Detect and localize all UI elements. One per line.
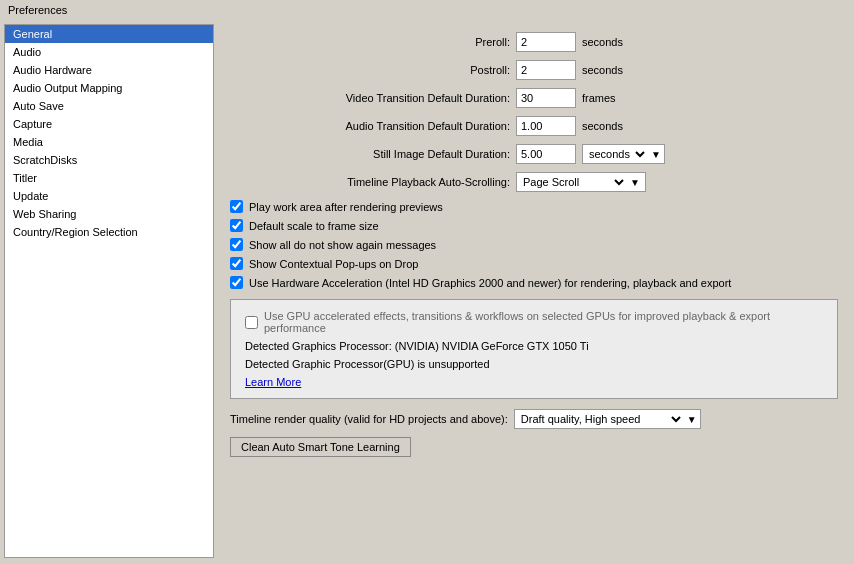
- sidebar-item-capture[interactable]: Capture: [5, 115, 213, 133]
- playback-label: Timeline Playback Auto-Scrolling:: [230, 176, 510, 188]
- render-quality-select[interactable]: Draft quality, High speed Maximum qualit…: [515, 410, 684, 428]
- gpu-unsupported-label: Detected Graphic Processor(GPU) is unsup…: [245, 358, 490, 370]
- video-transition-row: Video Transition Default Duration: frame…: [230, 88, 838, 108]
- video-transition-label: Video Transition Default Duration:: [230, 92, 510, 104]
- sidebar-item-audio-output-mapping[interactable]: Audio Output Mapping: [5, 79, 213, 97]
- checkbox-label-1: Play work area after rendering previews: [249, 201, 443, 213]
- playback-select[interactable]: Page Scroll No Scroll Smooth Scroll: [517, 173, 627, 191]
- preroll-label: Preroll:: [230, 36, 510, 48]
- clean-button-row: Clean Auto Smart Tone Learning: [230, 437, 838, 457]
- playback-dropdown[interactable]: Page Scroll No Scroll Smooth Scroll ▼: [516, 172, 646, 192]
- main-container: GeneralAudioAudio HardwareAudio Output M…: [0, 20, 854, 562]
- learn-more-row: Learn More: [245, 376, 823, 388]
- audio-transition-label: Audio Transition Default Duration:: [230, 120, 510, 132]
- still-image-row: Still Image Default Duration: seconds fr…: [230, 144, 838, 164]
- video-transition-unit: frames: [582, 92, 616, 104]
- checkbox-2[interactable]: [230, 219, 243, 232]
- checkbox-3[interactable]: [230, 238, 243, 251]
- title-bar: Preferences: [0, 0, 854, 20]
- sidebar-item-audio-hardware[interactable]: Audio Hardware: [5, 61, 213, 79]
- gpu-checkbox-label: Use GPU accelerated effects, transitions…: [264, 310, 823, 334]
- audio-transition-row: Audio Transition Default Duration: secon…: [230, 116, 838, 136]
- preroll-row: Preroll: seconds: [230, 32, 838, 52]
- still-image-label: Still Image Default Duration:: [230, 148, 510, 160]
- preroll-unit: seconds: [582, 36, 623, 48]
- video-transition-input[interactable]: [516, 88, 576, 108]
- sidebar-item-web-sharing[interactable]: Web Sharing: [5, 205, 213, 223]
- sidebar-item-scratchdisks[interactable]: ScratchDisks: [5, 151, 213, 169]
- gpu-processor-value: (NVIDIA) NVIDIA GeForce GTX 1050 Ti: [395, 340, 589, 352]
- sidebar-item-audio[interactable]: Audio: [5, 43, 213, 61]
- checkbox-label-2: Default scale to frame size: [249, 220, 379, 232]
- checkbox-1[interactable]: [230, 200, 243, 213]
- content-area: Preroll: seconds Postroll: seconds Video…: [218, 24, 850, 558]
- gpu-box: Use GPU accelerated effects, transitions…: [230, 299, 838, 399]
- checkbox-5[interactable]: [230, 276, 243, 289]
- sidebar-item-general[interactable]: General: [5, 25, 213, 43]
- gpu-processor-label: Detected Graphics Processor:: [245, 340, 392, 352]
- checkbox-row-3: Show all do not show again messages: [230, 238, 838, 251]
- still-image-input[interactable]: [516, 144, 576, 164]
- render-quality-arrow: ▼: [684, 414, 700, 425]
- app-title: Preferences: [8, 4, 67, 16]
- checkbox-label-4: Show Contextual Pop-ups on Drop: [249, 258, 418, 270]
- sidebar-item-media[interactable]: Media: [5, 133, 213, 151]
- render-quality-row: Timeline render quality (valid for HD pr…: [230, 409, 838, 429]
- sidebar-item-country/region-selection[interactable]: Country/Region Selection: [5, 223, 213, 241]
- postroll-input[interactable]: [516, 60, 576, 80]
- still-image-unit-dropdown[interactable]: seconds frames ▼: [582, 144, 665, 164]
- postroll-row: Postroll: seconds: [230, 60, 838, 80]
- audio-transition-input[interactable]: [516, 116, 576, 136]
- checkbox-label-5: Use Hardware Acceleration (Intel HD Grap…: [249, 277, 731, 289]
- gpu-processor-info: Detected Graphics Processor: (NVIDIA) NV…: [245, 340, 823, 352]
- sidebar-item-auto-save[interactable]: Auto Save: [5, 97, 213, 115]
- gpu-unsupported-info: Detected Graphic Processor(GPU) is unsup…: [245, 358, 823, 370]
- preroll-input[interactable]: [516, 32, 576, 52]
- gpu-checkbox[interactable]: [245, 316, 258, 329]
- render-quality-label: Timeline render quality (valid for HD pr…: [230, 413, 508, 425]
- learn-more-link[interactable]: Learn More: [245, 376, 301, 388]
- sidebar-item-titler[interactable]: Titler: [5, 169, 213, 187]
- postroll-label: Postroll:: [230, 64, 510, 76]
- sidebar: GeneralAudioAudio HardwareAudio Output M…: [4, 24, 214, 558]
- sidebar-item-update[interactable]: Update: [5, 187, 213, 205]
- clean-button[interactable]: Clean Auto Smart Tone Learning: [230, 437, 411, 457]
- still-image-unit-select[interactable]: seconds frames: [583, 145, 648, 163]
- checkbox-row-4: Show Contextual Pop-ups on Drop: [230, 257, 838, 270]
- playback-row: Timeline Playback Auto-Scrolling: Page S…: [230, 172, 838, 192]
- render-quality-dropdown[interactable]: Draft quality, High speed Maximum qualit…: [514, 409, 701, 429]
- playback-dropdown-arrow: ▼: [627, 177, 643, 188]
- checkbox-label-3: Show all do not show again messages: [249, 239, 436, 251]
- checkbox-row-1: Play work area after rendering previews: [230, 200, 838, 213]
- postroll-unit: seconds: [582, 64, 623, 76]
- gpu-checkbox-row: Use GPU accelerated effects, transitions…: [245, 310, 823, 334]
- still-image-dropdown-arrow: ▼: [648, 149, 664, 160]
- checkbox-row-2: Default scale to frame size: [230, 219, 838, 232]
- audio-transition-unit: seconds: [582, 120, 623, 132]
- checkbox-row-5: Use Hardware Acceleration (Intel HD Grap…: [230, 276, 838, 289]
- checkbox-4[interactable]: [230, 257, 243, 270]
